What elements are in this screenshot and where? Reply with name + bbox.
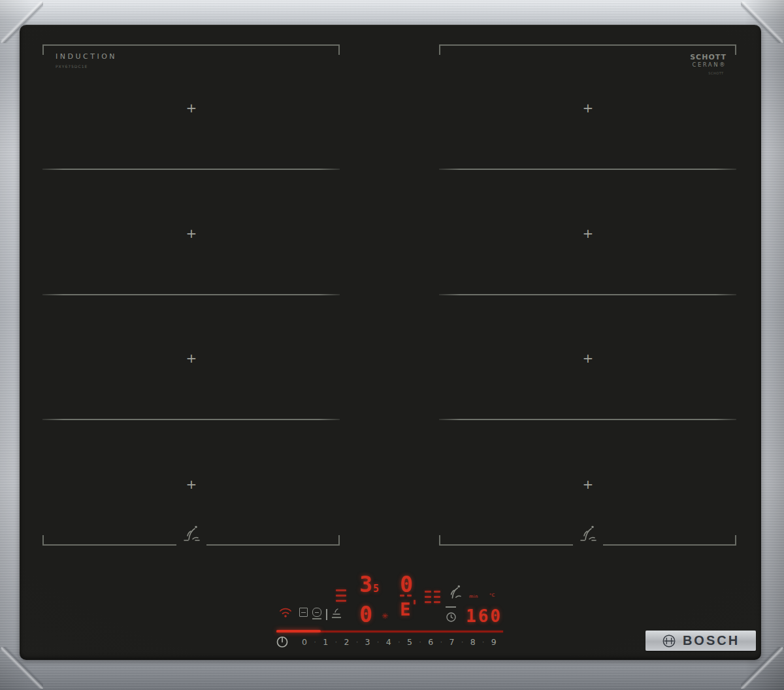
level-6[interactable]: 6: [428, 637, 433, 647]
schott-signature: SCHOTT: [704, 71, 728, 75]
scale-dot: ·: [356, 638, 358, 646]
power-icon[interactable]: [276, 635, 289, 648]
frying-sensor-key-icon[interactable]: [443, 583, 466, 602]
zone-plus-marker: +: [184, 100, 199, 116]
zone-plus-marker: +: [580, 476, 596, 492]
scale-dot: ·: [419, 638, 421, 646]
level-7[interactable]: 7: [449, 637, 454, 647]
pause-key[interactable]: [299, 608, 308, 617]
scale-dot: ·: [377, 638, 379, 646]
heat-indicator-dash: [425, 596, 431, 598]
zone-select-indicator: [336, 600, 346, 602]
timer-min-label: min: [469, 594, 478, 599]
key-caption-mark: [312, 618, 321, 619]
zone-divider: [439, 294, 736, 295]
bosch-symbol-icon: [662, 634, 676, 648]
level-4[interactable]: 4: [386, 637, 391, 647]
scale-dot: ·: [335, 638, 337, 646]
home-connect-key-icon: [312, 608, 321, 617]
home-connect-key[interactable]: [312, 608, 321, 619]
zone-divider: [42, 169, 340, 170]
timer-clock-icon[interactable]: [446, 612, 457, 623]
temperature-display: 160: [466, 608, 502, 625]
left-front-level-display: 0: [359, 604, 372, 625]
zone-select-indicator: [336, 589, 346, 591]
zone-plus-marker: +: [580, 100, 596, 116]
printed-key-cluster: [299, 608, 341, 620]
level-3[interactable]: 3: [365, 637, 370, 647]
indicator-mark: [407, 595, 412, 597]
indicator-mark: [414, 600, 416, 604]
wifi-icon: [278, 606, 293, 619]
frying-sensor-zone-icon: [575, 524, 601, 544]
heat-indicator-dash: [434, 601, 440, 603]
scale-dot: ·: [398, 638, 400, 646]
schott-ceran-logo: SCHOTT CERAN®: [687, 54, 727, 68]
power-slider-active-segment: [276, 630, 321, 632]
heat-indicator-dash: [434, 591, 440, 593]
zone-plus-marker: +: [184, 476, 199, 492]
bosch-wordmark: BOSCH: [683, 633, 740, 648]
indicator-mark: [400, 595, 404, 597]
zone-plus-marker: +: [184, 225, 199, 241]
level-8[interactable]: 8: [470, 637, 476, 647]
schott-line1: SCHOTT: [687, 54, 727, 62]
temp-unit-label: °C: [489, 593, 495, 598]
cooktop-photo: + + + + + + + +: [0, 0, 784, 690]
zone-divider: [439, 169, 736, 170]
zone-divider: [42, 294, 340, 295]
key-caption-mark: [332, 617, 341, 618]
level-half-value: 5: [373, 583, 379, 595]
zone-plus-marker: +: [580, 225, 596, 241]
right-rear-level-display: 0: [400, 574, 413, 595]
level-9[interactable]: 9: [491, 637, 497, 647]
glass-surface: + + + + + + + +: [20, 25, 761, 660]
pause-key-icon: [299, 608, 308, 617]
zone-select-indicator: [336, 595, 346, 597]
power-level-scale: 0· 1· 2· 3· 4· 5· 6· 7· 8· 9: [302, 637, 497, 647]
left-rear-level-display: 35: [359, 574, 379, 595]
zone-divider: [42, 419, 340, 420]
induction-label: INDUCTION: [56, 52, 117, 61]
scale-dot: ·: [461, 638, 463, 646]
model-label: PXY675DC1E: [56, 64, 88, 69]
level-0[interactable]: 0: [302, 637, 307, 647]
frying-sensor-zone-icon: [178, 524, 204, 544]
scale-dot: ·: [482, 638, 484, 646]
zone-divider: [439, 419, 736, 420]
zone-plus-marker: +: [184, 350, 199, 366]
scale-dot: ·: [440, 638, 442, 646]
quick-start-key-icon: [332, 608, 341, 616]
bosch-badge: BOSCH: [645, 631, 756, 651]
level-value: 3: [359, 572, 372, 597]
quick-start-key[interactable]: [332, 608, 341, 618]
level-2[interactable]: 2: [344, 637, 349, 647]
heat-indicator-dash: [434, 596, 440, 598]
indicator-glyph: E: [400, 600, 410, 618]
heat-indicator-dash: [425, 591, 431, 593]
star-indicator: ✳: [382, 612, 388, 621]
schott-line2: CERAN®: [687, 62, 727, 69]
sensor-key-underline: [446, 606, 456, 608]
key-divider: [326, 609, 327, 620]
level-5[interactable]: 5: [407, 637, 412, 647]
heat-indicator-dash: [425, 601, 431, 603]
scale-dot: ·: [314, 638, 316, 646]
zone-plus-marker: +: [580, 350, 596, 366]
level-1[interactable]: 1: [323, 637, 328, 647]
